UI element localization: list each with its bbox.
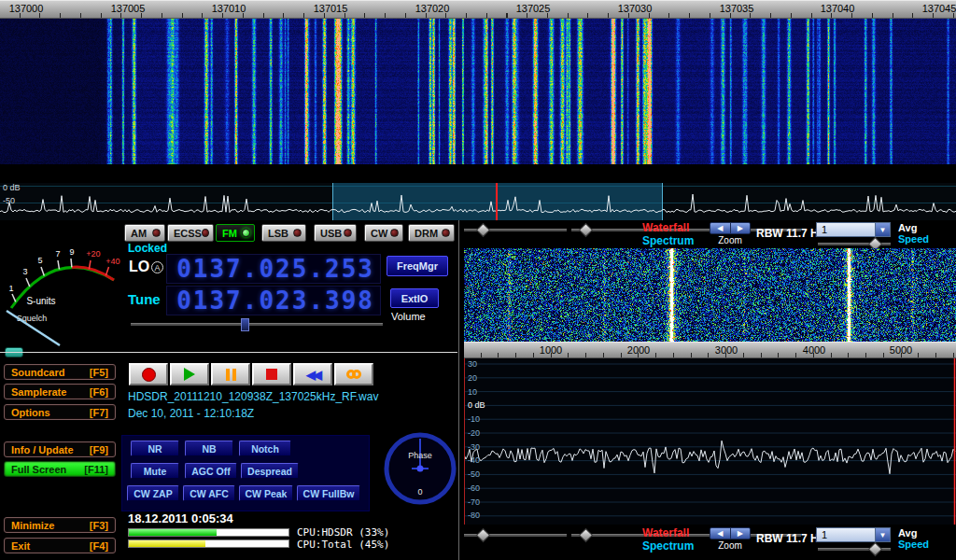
extio-button[interactable]: ExtIO <box>390 288 439 308</box>
zoom-stepper[interactable]: ◀▶ <box>710 222 751 234</box>
cw-peak-button[interactable]: CW Peak <box>239 485 293 501</box>
button-hotkey: [F7] <box>90 407 108 418</box>
rewind-button[interactable]: ◀◀ <box>293 363 332 385</box>
spectrum-tab[interactable]: Spectrum <box>642 234 694 247</box>
clock: 18.12.2011 0:05:34 <box>128 511 233 525</box>
waterfall-tab[interactable]: Waterfall <box>642 526 689 539</box>
pause-button[interactable] <box>211 363 250 385</box>
loop-button[interactable] <box>334 363 373 385</box>
mode-button-am[interactable]: AM <box>124 224 165 242</box>
mode-led-icon <box>390 229 399 237</box>
button-label: Samplerate <box>11 386 66 398</box>
brightness-slider-handle[interactable] <box>476 528 491 543</box>
cpu-hdsdr-bar-fill <box>129 529 217 536</box>
nb-button[interactable]: NB <box>185 441 233 456</box>
freqmgr-button[interactable]: FreqMgr <box>387 256 448 276</box>
cw-fullbw-button[interactable]: CW FullBw <box>297 485 360 501</box>
main-frequency-scale[interactable]: 137000 137005 137010 137015 137020 13702… <box>0 0 956 19</box>
cw-zap-button[interactable]: CW ZAP <box>127 485 179 501</box>
button-hotkey: [F11] <box>84 464 108 475</box>
button-label: Full Screen <box>11 464 66 475</box>
mode-button-fm[interactable]: FM <box>216 224 255 242</box>
avg-select[interactable]: 1 ▼ <box>816 222 891 237</box>
mode-led-icon <box>242 229 250 237</box>
notch-button[interactable]: Notch <box>239 441 291 456</box>
button-label: Minimize <box>11 520 54 531</box>
chevron-down-icon[interactable]: ▼ <box>875 223 890 236</box>
soundcard-button[interactable]: Soundcard [F5] <box>4 364 116 380</box>
phase-value: 0 <box>417 487 422 497</box>
speed-slider-handle[interactable] <box>868 542 883 557</box>
mode-led-icon <box>152 229 161 237</box>
db-label: -70 <box>468 497 480 507</box>
mode-label: FM <box>222 228 237 239</box>
scale-ticks <box>464 353 956 357</box>
volume-slider[interactable] <box>131 323 383 327</box>
stop-button[interactable] <box>252 363 291 385</box>
mode-label: AM <box>131 228 147 239</box>
avg-select[interactable]: 1 ▼ <box>816 527 891 542</box>
agc-button[interactable]: AGC Off <box>185 463 237 479</box>
exit-button[interactable]: Exit [F4] <box>4 538 116 553</box>
s-meter-tick-label: 3 <box>22 267 27 276</box>
fullscreen-button[interactable]: Full Screen [F11] <box>4 461 116 477</box>
cw-afc-button[interactable]: CW AFC <box>183 485 235 501</box>
overview-spectrum[interactable]: 0 dB -50 <box>0 183 956 220</box>
mode-button-usb[interactable]: USB <box>314 224 357 242</box>
db-label: 20 <box>468 373 477 383</box>
cpu-total-bar <box>128 539 289 548</box>
panel-divider-vertical <box>458 220 459 560</box>
chevron-down-icon[interactable]: ▼ <box>875 528 890 541</box>
mode-button-drm[interactable]: DRM <box>408 224 455 242</box>
zoom-stepper[interactable]: ◀▶ <box>710 527 751 539</box>
zoom-label: Zoom <box>710 540 751 551</box>
stop-icon <box>266 369 277 380</box>
nr-button[interactable]: NR <box>131 441 179 456</box>
button-label: Info / Update <box>11 444 74 455</box>
minimize-button[interactable]: Minimize [F3] <box>4 517 116 533</box>
main-waterfall[interactable] <box>0 0 956 164</box>
zoom-out-icon[interactable]: ◀ <box>710 528 731 539</box>
speed-label: Speed <box>898 539 929 550</box>
db-label: -80 <box>468 511 480 520</box>
samplerate-button[interactable]: Samplerate [F6] <box>4 384 116 399</box>
tune-label: Tune <box>128 291 161 307</box>
zoom-label: Zoom <box>710 235 751 245</box>
tune-frequency-display[interactable]: 0137.023.398 <box>166 286 381 315</box>
tune-marker-line[interactable] <box>496 183 498 220</box>
s-meter-tick-label: 1 <box>8 284 13 293</box>
cpu-total-bar-fill <box>129 540 205 547</box>
brightness-slider-handle[interactable] <box>476 223 491 238</box>
volume-slider-handle[interactable] <box>241 318 249 331</box>
mode-button-cw[interactable]: CW <box>364 224 403 242</box>
avg-label: Avg <box>898 527 917 539</box>
lo-lock-badge[interactable]: A <box>151 261 163 273</box>
mode-button-ecss[interactable]: ECSS <box>167 224 214 242</box>
button-hotkey: [F4] <box>90 540 108 552</box>
mode-label: CW <box>371 228 387 239</box>
options-button[interactable]: Options [F7] <box>4 404 116 420</box>
waterfall-tab[interactable]: Waterfall <box>642 221 689 234</box>
rewind-icon: ◀◀ <box>306 368 319 382</box>
zoom-waterfall[interactable] <box>464 248 956 342</box>
spectrum-tab[interactable]: Spectrum <box>642 539 694 553</box>
contrast-slider-handle[interactable] <box>579 223 594 238</box>
phase-label: Phase <box>408 451 432 460</box>
play-button[interactable] <box>170 363 209 385</box>
zoom-out-icon[interactable]: ◀ <box>710 223 731 233</box>
contrast-slider-handle[interactable] <box>579 528 594 543</box>
db-label: 10 <box>468 387 477 397</box>
info-update-button[interactable]: Info / Update [F9] <box>4 441 116 457</box>
despread-button[interactable]: Despread <box>241 463 299 479</box>
zoom-in-icon[interactable]: ▶ <box>731 223 751 233</box>
lo-frequency-display[interactable]: 0137.025.253 <box>166 254 381 284</box>
mode-button-lsb[interactable]: LSB <box>261 224 306 242</box>
record-button[interactable] <box>129 363 168 385</box>
hdsdr-window: 137000 137005 137010 137015 137020 13702… <box>0 0 956 560</box>
db-label: -60 <box>468 483 480 493</box>
zoom-in-icon[interactable]: ▶ <box>731 528 751 539</box>
mute-button[interactable]: Mute <box>131 463 179 479</box>
zoom-frequency-scale[interactable]: 1000 2000 3000 4000 5000 <box>464 342 956 358</box>
button-hotkey: [F9] <box>90 444 108 455</box>
zoom-spectrum[interactable]: 30 20 10 0 dB -10 -20 -30 -40 -50 -60 -7… <box>464 358 956 525</box>
